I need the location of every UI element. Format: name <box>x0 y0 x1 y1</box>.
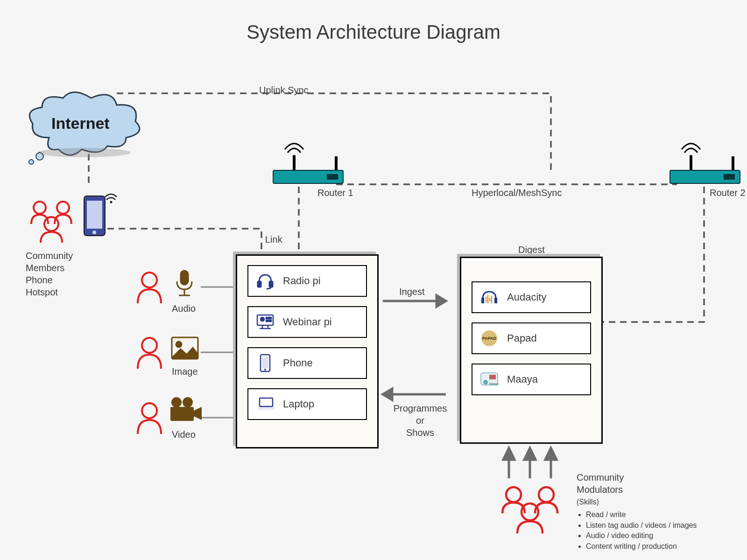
cloud-label: Internet <box>51 114 110 133</box>
phone-card: Phone <box>247 347 367 379</box>
skill-item: Audio / video editing <box>586 531 697 541</box>
laptop-icon <box>256 395 275 413</box>
phone-device-icon <box>256 354 275 372</box>
svg-point-29 <box>176 342 182 347</box>
svg-rect-57 <box>260 398 273 406</box>
svg-marker-8 <box>503 448 514 460</box>
svg-rect-24 <box>181 271 188 285</box>
svg-marker-10 <box>524 448 536 460</box>
person-icon <box>133 399 166 436</box>
svg-rect-37 <box>335 156 338 171</box>
audacity-label: Audacity <box>507 291 546 303</box>
skill-item: Read / write <box>586 510 697 520</box>
video-person <box>133 399 166 438</box>
person-icon <box>133 268 166 306</box>
svg-rect-58 <box>481 298 484 303</box>
svg-rect-50 <box>266 320 271 322</box>
people-icon <box>26 198 77 245</box>
laptop-card: Laptop <box>247 388 367 420</box>
svg-rect-59 <box>494 298 497 303</box>
svg-point-13 <box>37 148 131 157</box>
microphone-icon <box>170 268 198 303</box>
phone-hotspot <box>79 187 121 240</box>
router-icon <box>271 133 345 187</box>
svg-rect-17 <box>87 201 102 229</box>
svg-point-31 <box>171 397 182 407</box>
svg-rect-42 <box>732 156 734 171</box>
image-label: Image <box>172 365 198 378</box>
webinar-icon <box>256 313 275 331</box>
devices-panel: Radio pi Webinar pi Phone Laptop <box>236 254 379 448</box>
image-person <box>133 334 166 373</box>
radio-pi-label: Radio pi <box>283 275 321 287</box>
community-members-icon <box>26 198 77 247</box>
maaya-label: Maaya <box>507 373 538 385</box>
ingest-label: Ingest <box>399 286 424 298</box>
router-icon <box>668 133 742 187</box>
router-1 <box>271 133 345 189</box>
phone-icon <box>79 187 121 238</box>
svg-point-15 <box>29 160 34 164</box>
mesh-label: Hyperlocal/MeshSync <box>472 187 562 199</box>
audacity-card: Audacity <box>472 281 591 313</box>
svg-point-14 <box>36 153 43 160</box>
svg-point-23 <box>142 273 157 287</box>
papad-icon: PAPAD <box>480 329 499 348</box>
video-label: Video <box>172 428 196 441</box>
svg-point-56 <box>264 369 266 371</box>
svg-marker-34 <box>194 407 202 420</box>
svg-rect-41 <box>690 156 692 171</box>
webinar-pi-card: Webinar pi <box>247 306 367 338</box>
svg-point-27 <box>142 338 157 353</box>
link-label: Link <box>265 233 282 245</box>
laptop-label: Laptop <box>283 398 314 410</box>
svg-rect-45 <box>258 281 261 287</box>
svg-point-20 <box>34 202 46 214</box>
svg-point-67 <box>483 380 488 385</box>
svg-point-70 <box>506 487 521 502</box>
audio-person <box>133 268 166 308</box>
internet-cloud: Internet <box>26 91 147 168</box>
svg-point-71 <box>539 487 554 502</box>
svg-marker-6 <box>383 389 392 400</box>
skill-item: Content writing / production <box>586 542 697 552</box>
svg-marker-4 <box>437 295 446 307</box>
svg-rect-55 <box>262 357 268 368</box>
people-icon <box>495 483 565 534</box>
svg-rect-36 <box>293 156 296 171</box>
video-camera-icon <box>168 397 203 427</box>
router1-label: Router 1 <box>317 187 353 199</box>
svg-point-32 <box>183 397 193 407</box>
digest-label: Digest <box>518 244 545 256</box>
uplink-label: Uplink Sync <box>259 84 309 96</box>
radio-pi-card: Radio pi <box>247 265 367 297</box>
audacity-icon <box>480 288 499 307</box>
skills-list: Read / write Listen tag audio / videos /… <box>577 510 697 552</box>
svg-point-21 <box>57 202 69 214</box>
skill-item: Listen tag audio / videos / images <box>586 521 697 531</box>
svg-rect-39 <box>327 174 338 180</box>
svg-rect-68 <box>489 375 496 379</box>
phone-label: Phone <box>283 357 313 369</box>
svg-point-22 <box>44 217 58 231</box>
audio-label: Audio <box>172 302 196 315</box>
webinar-pi-label: Webinar pi <box>283 316 332 328</box>
community-modulators-icon <box>495 483 565 536</box>
person-icon <box>133 334 166 371</box>
svg-rect-33 <box>170 407 194 421</box>
svg-marker-12 <box>545 448 557 460</box>
router-2 <box>668 133 742 189</box>
svg-rect-44 <box>724 174 735 180</box>
programmes-label: Programmes or Shows <box>390 402 451 439</box>
community-members-label: Community Members Phone Hotspot <box>26 250 73 298</box>
papad-card: PAPAD Papad <box>472 322 591 354</box>
diagram-canvas: System Architecture Diagram <box>0 0 747 560</box>
image-icon <box>170 336 199 364</box>
papad-label: Papad <box>507 332 537 344</box>
svg-text:Maaya: Maaya <box>489 382 499 386</box>
modulators-block: Community Modulators (Skills) Read / wri… <box>577 471 697 553</box>
svg-rect-49 <box>266 317 271 319</box>
router2-label: Router 2 <box>710 187 746 199</box>
svg-text:PAPAD: PAPAD <box>482 336 497 341</box>
svg-point-48 <box>261 317 264 321</box>
